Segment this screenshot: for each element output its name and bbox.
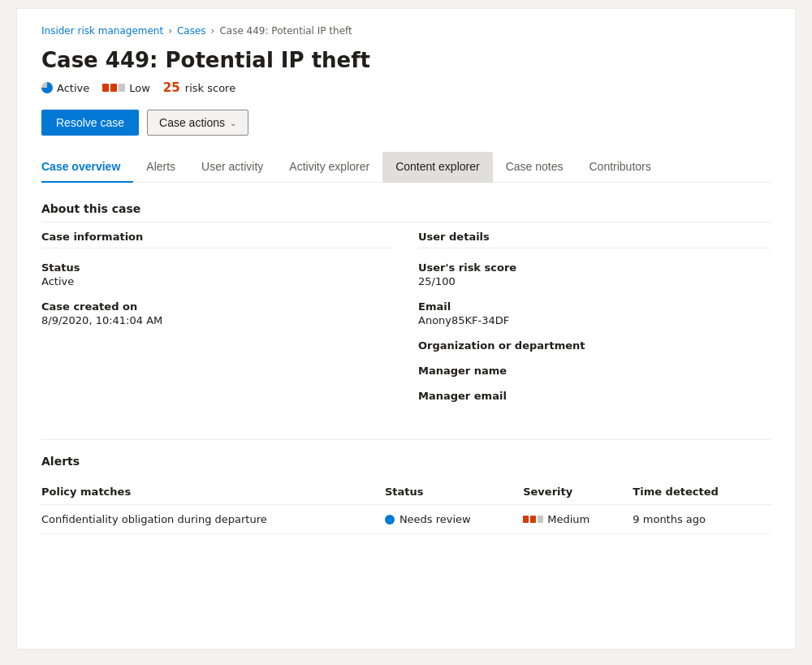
status-field-label: Status bbox=[41, 261, 394, 274]
breadcrumb-item-3: Case 449: Potential IP theft bbox=[219, 25, 352, 37]
risk-score-number: 25 bbox=[163, 80, 180, 95]
page-container: Insider risk management › Cases › Case 4… bbox=[16, 8, 796, 650]
col-policy-matches: Policy matches bbox=[41, 479, 385, 505]
severity-label: Low bbox=[129, 82, 150, 94]
org-label: Organization or department bbox=[418, 339, 771, 352]
about-section-title: About this case bbox=[41, 202, 771, 222]
case-information-title: Case information bbox=[41, 231, 394, 248]
chevron-down-icon: ⌄ bbox=[230, 119, 236, 127]
case-information-col: Case information Status Active Case crea… bbox=[41, 231, 394, 415]
page-title: Case 449: Potential IP theft bbox=[41, 48, 771, 72]
case-status: Active bbox=[41, 82, 89, 94]
resolve-case-button[interactable]: Resolve case bbox=[41, 110, 139, 136]
case-actions-button[interactable]: Case actions ⌄ bbox=[147, 110, 248, 136]
manager-name-label: Manager name bbox=[418, 365, 771, 377]
severity-bar-2 bbox=[110, 84, 117, 92]
tab-content-explorer[interactable]: Content explorer bbox=[382, 152, 493, 183]
created-field-value: 8/9/2020, 10:41:04 AM bbox=[41, 314, 394, 326]
tab-alerts[interactable]: Alerts bbox=[133, 152, 188, 183]
col-severity: Severity bbox=[523, 479, 633, 505]
created-field-label: Case created on bbox=[41, 300, 394, 313]
severity-indicator: Low bbox=[102, 82, 150, 94]
manager-email-field: Manager email bbox=[418, 390, 771, 402]
manager-name-field: Manager name bbox=[418, 365, 771, 377]
table-row: Confidentiality obligation during depart… bbox=[41, 505, 771, 534]
severity-bar-1 bbox=[102, 84, 109, 92]
user-risk-score-value: 25/100 bbox=[418, 275, 771, 287]
email-label: Email bbox=[418, 300, 771, 313]
needs-review-icon bbox=[385, 515, 395, 525]
tab-case-overview[interactable]: Case overview bbox=[41, 152, 133, 183]
status-label: Active bbox=[57, 82, 89, 94]
alert-severity: Medium bbox=[523, 505, 633, 534]
breadcrumb: Insider risk management › Cases › Case 4… bbox=[41, 25, 771, 37]
user-risk-score-label: User's risk score bbox=[418, 261, 771, 274]
status-active-icon bbox=[41, 82, 53, 93]
med-bar-3 bbox=[538, 516, 543, 523]
manager-email-label: Manager email bbox=[418, 390, 771, 402]
tabs-nav: Case overview Alerts User activity Activ… bbox=[41, 152, 771, 183]
case-actions-label: Case actions bbox=[159, 116, 225, 129]
status-field-value: Active bbox=[41, 275, 394, 287]
alert-status-badge: Needs review bbox=[385, 513, 515, 525]
risk-score-display: 25 risk score bbox=[163, 80, 235, 95]
org-field: Organization or department bbox=[418, 339, 771, 352]
col-status: Status bbox=[385, 479, 523, 505]
alerts-table: Policy matches Status Severity Time dete… bbox=[41, 479, 771, 534]
severity-bar-3 bbox=[119, 84, 125, 92]
alerts-section: Alerts Policy matches Status Severity Ti… bbox=[41, 439, 771, 534]
alert-time-detected: 9 months ago bbox=[633, 505, 771, 534]
med-bar-1 bbox=[523, 516, 529, 523]
user-details-col: User details User's risk score 25/100 Em… bbox=[418, 231, 771, 415]
breadcrumb-item-2[interactable]: Cases bbox=[177, 25, 206, 37]
alert-status: Needs review bbox=[385, 505, 523, 534]
actions-bar: Resolve case Case actions ⌄ bbox=[41, 110, 771, 136]
alert-status-label: Needs review bbox=[400, 513, 471, 525]
medium-severity-bars bbox=[523, 516, 543, 523]
breadcrumb-item-1[interactable]: Insider risk management bbox=[41, 25, 163, 37]
breadcrumb-sep-1: › bbox=[168, 25, 172, 37]
status-bar: Active Low 25 risk score bbox=[41, 80, 771, 95]
created-field: Case created on 8/9/2020, 10:41:04 AM bbox=[41, 300, 394, 326]
user-risk-score-field: User's risk score 25/100 bbox=[418, 261, 771, 287]
status-field: Status Active bbox=[41, 261, 394, 287]
email-value: Anony85KF-34DF bbox=[418, 314, 771, 326]
risk-score-label: risk score bbox=[185, 82, 235, 94]
severity-bars bbox=[102, 84, 125, 92]
alert-policy-name: Confidentiality obligation during depart… bbox=[41, 505, 385, 534]
breadcrumb-sep-2: › bbox=[211, 25, 215, 37]
alerts-table-header-row: Policy matches Status Severity Time dete… bbox=[41, 479, 771, 505]
tab-contributors[interactable]: Contributors bbox=[576, 152, 663, 183]
tab-user-activity[interactable]: User activity bbox=[188, 152, 276, 183]
med-bar-2 bbox=[530, 516, 536, 523]
alert-severity-label: Medium bbox=[547, 513, 590, 525]
alert-severity-badge: Medium bbox=[523, 513, 624, 525]
tab-activity-explorer[interactable]: Activity explorer bbox=[276, 152, 382, 183]
col-time-detected: Time detected bbox=[633, 479, 771, 505]
case-info-grid: Case information Status Active Case crea… bbox=[41, 231, 771, 415]
tab-case-notes[interactable]: Case notes bbox=[493, 152, 577, 183]
email-field: Email Anony85KF-34DF bbox=[418, 300, 771, 326]
alerts-section-title: Alerts bbox=[41, 455, 771, 468]
user-details-title: User details bbox=[418, 231, 771, 248]
